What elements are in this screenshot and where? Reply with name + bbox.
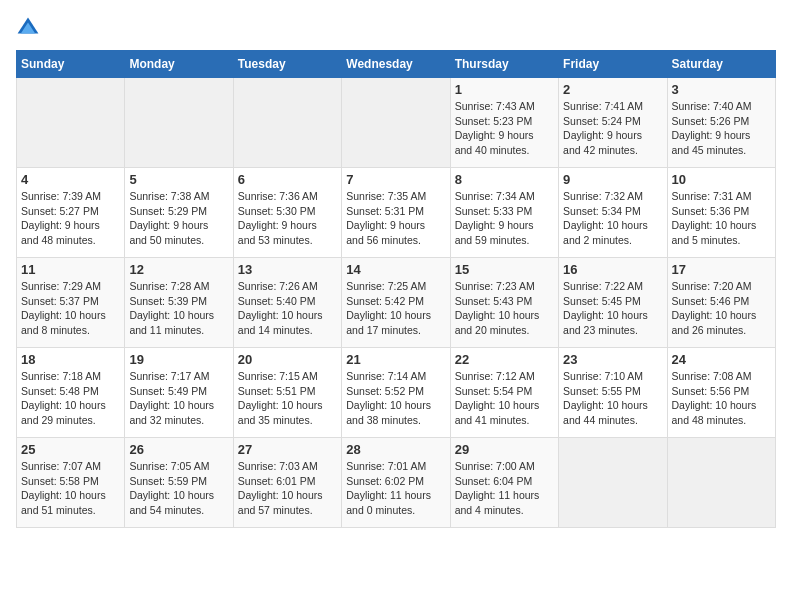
- day-number: 27: [238, 442, 337, 457]
- day-detail: Sunrise: 7:00 AM Sunset: 6:04 PM Dayligh…: [455, 459, 554, 518]
- day-number: 11: [21, 262, 120, 277]
- day-detail: Sunrise: 7:29 AM Sunset: 5:37 PM Dayligh…: [21, 279, 120, 338]
- calendar-cell: 7Sunrise: 7:35 AM Sunset: 5:31 PM Daylig…: [342, 168, 450, 258]
- week-row-3: 18Sunrise: 7:18 AM Sunset: 5:48 PM Dayli…: [17, 348, 776, 438]
- day-detail: Sunrise: 7:10 AM Sunset: 5:55 PM Dayligh…: [563, 369, 662, 428]
- day-number: 23: [563, 352, 662, 367]
- calendar-cell: [17, 78, 125, 168]
- day-detail: Sunrise: 7:12 AM Sunset: 5:54 PM Dayligh…: [455, 369, 554, 428]
- calendar-cell: [342, 78, 450, 168]
- day-number: 1: [455, 82, 554, 97]
- day-detail: Sunrise: 7:28 AM Sunset: 5:39 PM Dayligh…: [129, 279, 228, 338]
- day-detail: Sunrise: 7:38 AM Sunset: 5:29 PM Dayligh…: [129, 189, 228, 248]
- day-number: 29: [455, 442, 554, 457]
- logo-icon: [16, 16, 40, 40]
- calendar-cell: 19Sunrise: 7:17 AM Sunset: 5:49 PM Dayli…: [125, 348, 233, 438]
- day-number: 20: [238, 352, 337, 367]
- day-number: 21: [346, 352, 445, 367]
- week-row-4: 25Sunrise: 7:07 AM Sunset: 5:58 PM Dayli…: [17, 438, 776, 528]
- day-number: 18: [21, 352, 120, 367]
- day-detail: Sunrise: 7:35 AM Sunset: 5:31 PM Dayligh…: [346, 189, 445, 248]
- calendar-cell: 12Sunrise: 7:28 AM Sunset: 5:39 PM Dayli…: [125, 258, 233, 348]
- day-detail: Sunrise: 7:39 AM Sunset: 5:27 PM Dayligh…: [21, 189, 120, 248]
- day-detail: Sunrise: 7:36 AM Sunset: 5:30 PM Dayligh…: [238, 189, 337, 248]
- day-detail: Sunrise: 7:22 AM Sunset: 5:45 PM Dayligh…: [563, 279, 662, 338]
- calendar-cell: 11Sunrise: 7:29 AM Sunset: 5:37 PM Dayli…: [17, 258, 125, 348]
- col-header-saturday: Saturday: [667, 51, 775, 78]
- day-detail: Sunrise: 7:40 AM Sunset: 5:26 PM Dayligh…: [672, 99, 771, 158]
- calendar-cell: 22Sunrise: 7:12 AM Sunset: 5:54 PM Dayli…: [450, 348, 558, 438]
- calendar-cell: 20Sunrise: 7:15 AM Sunset: 5:51 PM Dayli…: [233, 348, 341, 438]
- calendar-cell: 9Sunrise: 7:32 AM Sunset: 5:34 PM Daylig…: [559, 168, 667, 258]
- day-detail: Sunrise: 7:18 AM Sunset: 5:48 PM Dayligh…: [21, 369, 120, 428]
- day-number: 3: [672, 82, 771, 97]
- calendar-cell: 13Sunrise: 7:26 AM Sunset: 5:40 PM Dayli…: [233, 258, 341, 348]
- calendar-cell: 16Sunrise: 7:22 AM Sunset: 5:45 PM Dayli…: [559, 258, 667, 348]
- col-header-tuesday: Tuesday: [233, 51, 341, 78]
- calendar-cell: 10Sunrise: 7:31 AM Sunset: 5:36 PM Dayli…: [667, 168, 775, 258]
- week-row-2: 11Sunrise: 7:29 AM Sunset: 5:37 PM Dayli…: [17, 258, 776, 348]
- calendar-cell: 29Sunrise: 7:00 AM Sunset: 6:04 PM Dayli…: [450, 438, 558, 528]
- day-detail: Sunrise: 7:31 AM Sunset: 5:36 PM Dayligh…: [672, 189, 771, 248]
- day-number: 9: [563, 172, 662, 187]
- col-header-monday: Monday: [125, 51, 233, 78]
- header-row: SundayMondayTuesdayWednesdayThursdayFrid…: [17, 51, 776, 78]
- day-number: 25: [21, 442, 120, 457]
- calendar-cell: 15Sunrise: 7:23 AM Sunset: 5:43 PM Dayli…: [450, 258, 558, 348]
- day-number: 8: [455, 172, 554, 187]
- day-number: 22: [455, 352, 554, 367]
- calendar-cell: 4Sunrise: 7:39 AM Sunset: 5:27 PM Daylig…: [17, 168, 125, 258]
- day-detail: Sunrise: 7:07 AM Sunset: 5:58 PM Dayligh…: [21, 459, 120, 518]
- day-number: 10: [672, 172, 771, 187]
- day-number: 17: [672, 262, 771, 277]
- week-row-0: 1Sunrise: 7:43 AM Sunset: 5:23 PM Daylig…: [17, 78, 776, 168]
- day-detail: Sunrise: 7:08 AM Sunset: 5:56 PM Dayligh…: [672, 369, 771, 428]
- day-number: 28: [346, 442, 445, 457]
- day-detail: Sunrise: 7:17 AM Sunset: 5:49 PM Dayligh…: [129, 369, 228, 428]
- day-number: 19: [129, 352, 228, 367]
- calendar-cell: 3Sunrise: 7:40 AM Sunset: 5:26 PM Daylig…: [667, 78, 775, 168]
- day-number: 7: [346, 172, 445, 187]
- calendar-cell: 27Sunrise: 7:03 AM Sunset: 6:01 PM Dayli…: [233, 438, 341, 528]
- col-header-sunday: Sunday: [17, 51, 125, 78]
- calendar-cell: 25Sunrise: 7:07 AM Sunset: 5:58 PM Dayli…: [17, 438, 125, 528]
- day-detail: Sunrise: 7:01 AM Sunset: 6:02 PM Dayligh…: [346, 459, 445, 518]
- calendar-cell: [559, 438, 667, 528]
- day-number: 5: [129, 172, 228, 187]
- day-detail: Sunrise: 7:43 AM Sunset: 5:23 PM Dayligh…: [455, 99, 554, 158]
- day-number: 2: [563, 82, 662, 97]
- day-number: 16: [563, 262, 662, 277]
- day-detail: Sunrise: 7:23 AM Sunset: 5:43 PM Dayligh…: [455, 279, 554, 338]
- day-number: 4: [21, 172, 120, 187]
- calendar-cell: 18Sunrise: 7:18 AM Sunset: 5:48 PM Dayli…: [17, 348, 125, 438]
- col-header-thursday: Thursday: [450, 51, 558, 78]
- day-detail: Sunrise: 7:20 AM Sunset: 5:46 PM Dayligh…: [672, 279, 771, 338]
- calendar-cell: 23Sunrise: 7:10 AM Sunset: 5:55 PM Dayli…: [559, 348, 667, 438]
- calendar-cell: 2Sunrise: 7:41 AM Sunset: 5:24 PM Daylig…: [559, 78, 667, 168]
- calendar-cell: 26Sunrise: 7:05 AM Sunset: 5:59 PM Dayli…: [125, 438, 233, 528]
- day-detail: Sunrise: 7:03 AM Sunset: 6:01 PM Dayligh…: [238, 459, 337, 518]
- day-detail: Sunrise: 7:32 AM Sunset: 5:34 PM Dayligh…: [563, 189, 662, 248]
- calendar-cell: [125, 78, 233, 168]
- day-detail: Sunrise: 7:05 AM Sunset: 5:59 PM Dayligh…: [129, 459, 228, 518]
- day-detail: Sunrise: 7:34 AM Sunset: 5:33 PM Dayligh…: [455, 189, 554, 248]
- col-header-friday: Friday: [559, 51, 667, 78]
- calendar-cell: 28Sunrise: 7:01 AM Sunset: 6:02 PM Dayli…: [342, 438, 450, 528]
- day-number: 12: [129, 262, 228, 277]
- day-number: 14: [346, 262, 445, 277]
- calendar-cell: 21Sunrise: 7:14 AM Sunset: 5:52 PM Dayli…: [342, 348, 450, 438]
- day-number: 6: [238, 172, 337, 187]
- calendar-cell: [667, 438, 775, 528]
- day-detail: Sunrise: 7:41 AM Sunset: 5:24 PM Dayligh…: [563, 99, 662, 158]
- day-number: 24: [672, 352, 771, 367]
- day-detail: Sunrise: 7:25 AM Sunset: 5:42 PM Dayligh…: [346, 279, 445, 338]
- calendar-cell: 24Sunrise: 7:08 AM Sunset: 5:56 PM Dayli…: [667, 348, 775, 438]
- calendar-cell: 5Sunrise: 7:38 AM Sunset: 5:29 PM Daylig…: [125, 168, 233, 258]
- page-header: [16, 16, 776, 40]
- calendar-cell: 6Sunrise: 7:36 AM Sunset: 5:30 PM Daylig…: [233, 168, 341, 258]
- col-header-wednesday: Wednesday: [342, 51, 450, 78]
- calendar-cell: 8Sunrise: 7:34 AM Sunset: 5:33 PM Daylig…: [450, 168, 558, 258]
- calendar-cell: 17Sunrise: 7:20 AM Sunset: 5:46 PM Dayli…: [667, 258, 775, 348]
- calendar-cell: [233, 78, 341, 168]
- day-number: 26: [129, 442, 228, 457]
